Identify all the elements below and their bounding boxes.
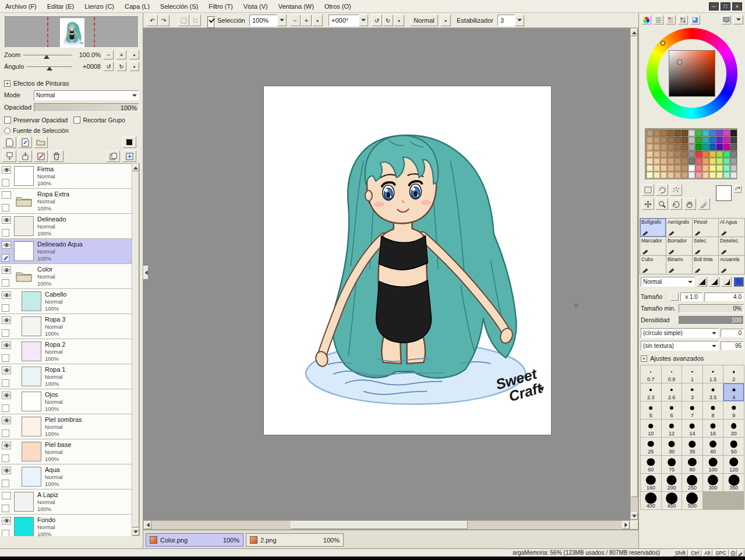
layer-visibility-toggle[interactable] [2,166,11,174]
layer-visibility-toggle[interactable] [2,341,11,349]
color-swatch[interactable] [675,165,681,171]
panel-splitter-handle[interactable] [143,266,149,280]
color-swatch[interactable] [675,144,681,150]
color-swatch[interactable] [723,158,730,164]
nav-rotate-cw-button[interactable]: ↻ [116,62,126,71]
brush-edge-value[interactable]: 0 [721,329,744,337]
color-swatch[interactable] [647,137,653,143]
rect-select-icon[interactable] [642,184,654,196]
rotate-ccw-button[interactable]: ↺ [372,15,382,26]
brush-size-250[interactable]: 250 [682,474,702,491]
key-indicator-ctrl[interactable]: Ctrl [688,550,701,557]
brush-size-20[interactable]: 20 [723,420,744,437]
swap-colors-icon[interactable] [734,185,742,193]
angle-reset-button[interactable]: ▪ [394,15,404,26]
brush-size-500[interactable]: 500 [682,492,702,509]
color-swatch[interactable] [709,144,716,150]
color-swatch[interactable] [716,137,723,143]
layer-visibility-toggle[interactable] [2,266,11,274]
advanced-settings-expand-icon[interactable] [641,355,647,362]
color-swatch[interactable] [702,158,709,164]
transfer-down-button[interactable] [2,150,16,162]
layer-paste-button[interactable] [122,150,136,162]
color-swatch[interactable] [716,165,723,171]
brush-size-16[interactable]: 16 [703,420,723,437]
layer-visibility-toggle[interactable] [2,191,11,199]
brush-size-2[interactable]: 2 [723,365,744,383]
color-swatch[interactable] [647,172,653,178]
color-swatch[interactable] [716,130,723,136]
color-swatch[interactable] [661,151,667,157]
tool-aer-grafo[interactable]: Aerógrafo [666,219,692,237]
clear-layer-button[interactable] [34,150,48,162]
color-swatch[interactable] [688,165,695,171]
screen-color-icon[interactable] [721,15,731,24]
layer-active-indicator[interactable] [2,530,9,536]
color-swatch[interactable] [702,130,709,136]
color-swatch[interactable] [668,172,674,178]
brush-size-40[interactable]: 40 [703,438,723,455]
brush-size-value[interactable]: 4.0 [704,293,744,301]
layer-active-indicator[interactable] [2,204,9,212]
color-swatch[interactable] [730,151,737,157]
tool-binario[interactable]: Binario [666,256,692,274]
nav-zoom-slider[interactable] [23,51,72,58]
brush-min-size-slider[interactable]: 0% [679,304,744,313]
color-swatch[interactable] [682,158,688,164]
layer-row-ropa-extra[interactable]: Ropa ExtraNormal100% [0,189,132,214]
menu-editar[interactable]: Editar (E) [42,1,79,12]
color-swatch[interactable] [675,151,681,157]
new-lineart-layer-button[interactable] [18,136,32,148]
color-panel-menu-button[interactable] [733,15,743,24]
layer-visibility-toggle[interactable] [2,367,11,374]
brush-shape-4-icon[interactable] [733,277,744,287]
key-indicator-shift[interactable]: Shift [673,550,688,557]
color-swatch[interactable] [654,172,660,178]
zoom-dropdown-button[interactable] [277,15,287,26]
brush-size-450[interactable]: 450 [662,492,682,509]
tool-pincel[interactable]: Pincel [693,219,718,237]
eyedropper-icon[interactable] [698,198,710,210]
zoom-field[interactable]: 100% [249,15,277,26]
brush-size-160[interactable]: 160 [641,474,661,491]
brush-size-300[interactable]: 300 [703,474,723,491]
color-swatch[interactable] [709,130,716,136]
zoom-reset-button[interactable]: ▪ [312,15,323,26]
color-wheel-tab-icon[interactable] [641,15,651,24]
color-swatch[interactable] [723,130,730,136]
canvas-vertical-scrollbar[interactable] [630,28,638,520]
layer-row-firma[interactable]: FirmaNormal100% [0,164,132,189]
selection-expand-button[interactable] [178,15,189,26]
color-swatch[interactable] [702,144,709,150]
layer-visibility-toggle[interactable] [2,492,11,499]
brush-size-12[interactable]: 12 [662,420,682,437]
layer-row-delineado-aqua[interactable]: Delineado AquaNormal100% [0,239,132,264]
color-swatch[interactable] [716,144,723,150]
layer-row-piel-sombras[interactable]: Piel sombrasNormal100% [0,414,132,439]
color-swatch[interactable] [702,151,709,157]
layer-visibility-toggle[interactable] [2,467,11,474]
color-swatch[interactable] [654,165,660,171]
current-color-chip[interactable] [716,185,732,201]
tool-marcador[interactable]: Marcador [640,237,666,255]
document-tab-color-png[interactable]: Color.png100% [146,533,243,547]
color-swatch[interactable] [668,137,674,143]
brush-texture-select[interactable]: (sin textura) [641,341,719,351]
color-swatch[interactable] [682,151,688,157]
brush-size-30[interactable]: 30 [662,438,682,455]
color-swatch[interactable] [695,130,702,136]
color-swatch[interactable] [647,130,653,136]
nav-zoom-in-button[interactable]: + [116,50,126,59]
brush-size-50[interactable]: 50 [723,438,744,455]
layer-visibility-toggle[interactable] [2,417,11,424]
layer-visibility-toggle[interactable] [2,241,11,249]
color-swatch[interactable] [695,144,702,150]
menu-selecci-n[interactable]: Selección (S) [155,1,203,12]
color-swatch[interactable] [682,165,688,171]
layer-copy-button[interactable] [106,150,120,162]
color-swatch[interactable] [654,130,660,136]
redo-button[interactable]: ↷ [158,15,170,26]
layer-row-piel-base[interactable]: Piel baseNormal100% [0,439,132,464]
nav-zoom-out-button[interactable]: − [104,50,114,59]
hand-tool-icon[interactable] [684,198,696,210]
